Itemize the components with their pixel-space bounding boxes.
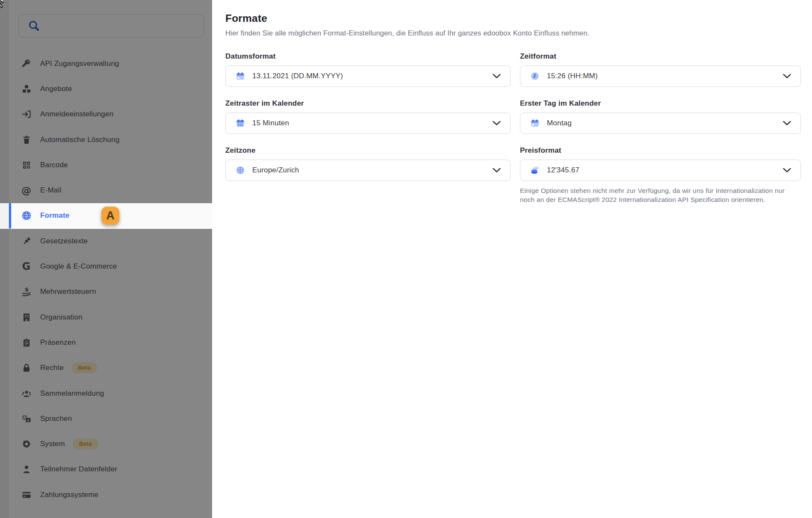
select-value: 12'345.67 [547,166,579,175]
page-title: Formate [225,12,812,25]
sidebar-item-e-mail[interactable]: @E-Mail [9,178,212,203]
page-left-rail [0,0,9,518]
field-label: Preisformat [520,146,801,155]
sidebar-item-teilnehmer-datenfelder[interactable]: Teilnehmer Datenfelder [9,457,212,482]
search-input[interactable] [46,17,204,35]
sidebar-item-label: Mehrwertsteuern [40,287,96,296]
barcode-icon [21,159,32,171]
chevron-down-icon [783,74,791,79]
lock-icon [21,362,32,374]
sidebar-item-label: Formate [40,211,69,220]
sidebar-item-organisation[interactable]: Organisation [9,305,212,330]
sidebar-item-label: Sprachen [40,414,72,423]
field-preisformat: Preisformat12'345.67Einige Optionen steh… [520,146,801,204]
sidebar-item-google-e-commerce[interactable]: GGoogle & E-Commerce [9,254,212,279]
globe-icon [236,166,245,175]
select-erster-tag-im-kalender[interactable]: Montag [520,112,801,134]
select-value: 13.11.2021 (DD.MM.YYYY) [252,72,343,80]
sidebar-item-label: System [40,440,65,448]
gavel-icon [21,235,32,247]
select-zeitformat[interactable]: 15:26 (HH:MM) [520,65,801,87]
google-icon: G [21,261,32,272]
field-label: Zeitzone [225,146,511,155]
field-zeitformat: Zeitformat15:26 (HH:MM) [520,52,801,87]
coins-icon [530,166,540,175]
calendar-grid-icon [236,118,245,128]
chevron-down-icon [783,168,791,173]
select-datumsformat[interactable]: 13.11.2021 (DD.MM.YYYY) [225,65,511,87]
svg-text:A: A [23,415,26,419]
mouse-cursor-icon [0,0,10,15]
sidebar-item-zahlungssysteme[interactable]: Zahlungssysteme [9,482,212,507]
translate-icon: A [21,413,32,424]
chevron-down-icon [493,74,501,79]
select-zeitzone[interactable]: Europe/Zurich [225,160,511,181]
format-grid: Datumsformat13.11.2021 (DD.MM.YYYY)Zeitf… [225,52,812,216]
sidebar-item-label: Google & E-Commerce [40,262,117,271]
sidebar-item-label: Rechte [40,364,64,372]
sidebar-search[interactable] [18,14,204,38]
page-subtitle: Hier finden Sie alle möglichen Format-Ei… [225,29,812,38]
sidebar-item-label: Präsenzen [40,338,76,347]
sidebar-item-barcode[interactable]: Barcode [9,152,212,178]
som-marker-a[interactable]: A [101,207,119,225]
select-value: 15:26 (HH:MM) [547,72,598,80]
beta-badge: Beta [71,362,97,373]
key-icon [21,58,32,69]
field-erster-tag-im-kalender: Erster Tag im KalenderMontag [520,99,801,134]
sidebar-item-gesetzestexte[interactable]: Gesetzestexte [9,228,212,254]
svg-text:$: $ [24,287,28,293]
select-value: Montag [547,119,572,127]
vat-icon: $ [21,286,32,298]
sidebar-item-label: Automatische Löschung [40,136,120,144]
sidebar-item-label: Barcode [40,161,68,169]
sidebar-item-label: Angebote [40,85,72,93]
beta-badge: Beta [73,438,98,450]
cubes-icon [21,83,32,95]
chevron-down-icon [493,168,501,173]
field-note: Einige Optionen stehen nicht mehr zur Ve… [520,186,799,204]
sidebar-menu: API ZugangsverwaltungAngeboteAnmeldeeins… [9,51,212,507]
select-preisformat[interactable]: 12'345.67 [520,160,801,181]
gear-icon [21,438,32,450]
select-value: 15 Minuten [252,119,289,127]
field-zeitzone: ZeitzoneEurope/Zurich [225,146,511,181]
sidebar-item-label: Sammelanmeldung [40,389,104,398]
users-icon [21,388,32,399]
field-label: Erster Tag im Kalender [520,99,801,108]
select-value: Europe/Zurich [252,166,299,175]
sidebar-item-rechte[interactable]: RechteBeta [9,355,212,381]
sidebar-item-anmeldeeinstellungen[interactable]: Anmeldeeinstellungen [9,102,212,127]
field-label: Zeitraster im Kalender [225,99,511,108]
trash-icon [21,134,32,145]
search-icon [27,19,41,33]
field-datumsformat: Datumsformat13.11.2021 (DD.MM.YYYY) [225,52,511,87]
sidebar-item-sammelanmeldung[interactable]: Sammelanmeldung [9,381,212,406]
sidebar-item-sprachen[interactable]: ASprachen [9,406,212,431]
globe-active-icon [21,210,32,222]
calendar-icon [530,118,540,128]
chevron-down-icon [783,121,791,126]
sidebar-item-label: Gesetzestexte [40,237,88,246]
sidebar-item-label: API Zugangsverwaltung [40,59,119,68]
sidebar-item-label: Anmeldeeinstellungen [40,110,113,118]
chevron-down-icon [493,121,501,126]
card-icon [21,489,32,500]
sidebar-item-label: E-Mail [40,186,61,195]
field-label: Datumsformat [225,52,511,61]
select-zeitraster-im-kalender[interactable]: 15 Minuten [225,112,511,134]
person-icon [21,464,32,475]
settings-sidebar: API ZugangsverwaltungAngeboteAnmeldeeins… [9,0,212,518]
sidebar-item-praesenzen[interactable]: Präsenzen [9,330,212,355]
sidebar-item-automatische-loeschung[interactable]: Automatische Löschung [9,127,212,152]
clipboard-icon [21,337,32,348]
sidebar-item-angebote[interactable]: Angebote [9,76,212,101]
sign-in-icon [21,109,32,120]
sidebar-item-system[interactable]: SystemBeta [9,431,212,456]
main-content: Formate Hier finden Sie alle möglichen F… [212,0,812,518]
building-icon [21,311,32,323]
sidebar-item-mehrwertsteuern[interactable]: $Mehrwertsteuern [9,279,212,305]
sidebar-item-api-zugangsverwaltung[interactable]: API Zugangsverwaltung [9,51,212,76]
clock-icon [530,71,540,81]
field-label: Zeitformat [520,52,801,61]
